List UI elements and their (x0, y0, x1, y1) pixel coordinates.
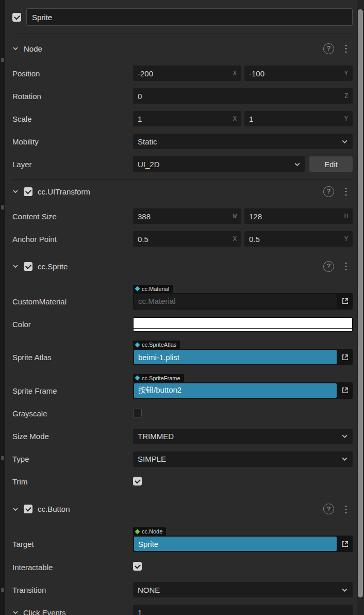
node-name-input[interactable]: Sprite (26, 8, 353, 26)
transition-select[interactable]: NONE (133, 582, 353, 597)
position-y-value: -100 (249, 69, 264, 78)
axis-suffix: Y (344, 115, 348, 122)
target-value[interactable]: Sprite (134, 537, 337, 551)
content-size-h-value: 128 (249, 212, 262, 221)
row-label: Anchor Point (12, 235, 133, 244)
color-row: Color (12, 317, 353, 332)
chevron-down-icon (294, 161, 301, 168)
interactable-checkbox[interactable] (133, 562, 142, 571)
asset-type-tag: cc.Node (133, 527, 166, 536)
target-node-name: Sprite (138, 540, 158, 548)
content-size-h-input[interactable]: 128 H (244, 208, 353, 224)
scale-row: Scale 1 X 1 Y (12, 111, 353, 126)
row-label: Sprite Frame (12, 386, 133, 395)
rotation-z-input[interactable]: 0 Z (133, 88, 353, 104)
row-label: CustomMaterial (12, 297, 133, 306)
layer-select[interactable]: UI_2D (133, 156, 305, 172)
custom-material-field[interactable]: cc.Material (133, 293, 353, 310)
material-diamond-icon (135, 286, 140, 292)
mobility-select[interactable]: Static (133, 134, 353, 149)
type-row: Type SIMPLE (12, 451, 353, 467)
target-field[interactable]: Sprite (133, 536, 353, 552)
help-icon[interactable]: ? (323, 43, 334, 54)
layer-edit-button[interactable]: Edit (309, 156, 353, 172)
axis-suffix: X (233, 115, 237, 122)
row-label: Sprite Atlas (12, 353, 133, 362)
help-icon[interactable]: ? (323, 261, 334, 272)
type-value: SIMPLE (138, 455, 166, 463)
chevron-down-icon[interactable] (12, 188, 19, 195)
sprite-atlas-row: Sprite Atlas cc.SpriteAtlas beimi-1.plis… (12, 339, 353, 366)
sprite-atlas-field[interactable]: beimi-1.plist (133, 349, 353, 365)
chevron-down-icon[interactable] (12, 263, 19, 269)
row-label: Content Size (12, 212, 133, 221)
component-enabled-checkbox[interactable] (24, 505, 32, 513)
anchor-y-value: 0.5 (249, 235, 260, 244)
content-size-w-input[interactable]: 388 W (133, 208, 241, 224)
help-icon[interactable]: ? (323, 186, 334, 197)
mobility-value: Static (138, 137, 157, 146)
color-picker[interactable] (133, 317, 353, 332)
grayscale-checkbox[interactable] (133, 409, 142, 417)
anchor-x-value: 0.5 (138, 235, 148, 244)
size-mode-select[interactable]: TRIMMED (133, 429, 353, 444)
sprite-frame-field[interactable]: 按钮/button2 (133, 382, 353, 399)
component-enabled-checkbox[interactable] (24, 262, 32, 271)
click-events-count-input[interactable]: 1 (133, 605, 353, 615)
axis-suffix: H (344, 213, 348, 220)
grayscale-row: Grayscale (12, 406, 353, 422)
asset-type-tag: cc.Material (133, 285, 173, 293)
interactable-row: Interactable (12, 559, 353, 575)
node-active-checkbox[interactable] (12, 13, 21, 22)
asset-picker-icon[interactable] (338, 294, 352, 309)
chevron-down-icon (341, 587, 348, 593)
kebab-menu-icon[interactable]: ⋮ (339, 44, 353, 53)
dock-edge-mark (1, 588, 4, 592)
custom-material-row: CustomMaterial cc.Material cc.Material (12, 283, 353, 310)
dock-edge (0, 0, 5, 615)
kebab-menu-icon[interactable]: ⋮ (339, 187, 353, 196)
position-x-value: -200 (138, 69, 153, 78)
help-icon[interactable]: ? (323, 504, 334, 514)
row-label: Mobility (12, 137, 133, 146)
type-select[interactable]: SIMPLE (133, 451, 353, 467)
size-mode-row: Size Mode TRIMMED (12, 429, 353, 444)
sprite-frame-value[interactable]: 按钮/button2 (134, 383, 337, 398)
row-label: Layer (12, 160, 133, 169)
chevron-down-icon (341, 138, 348, 145)
axis-suffix: W (233, 213, 237, 220)
sprite-atlas-value[interactable]: beimi-1.plist (134, 350, 337, 364)
kebab-menu-icon[interactable]: ⋮ (339, 262, 353, 271)
scrollbar-track[interactable] (357, 0, 364, 615)
asset-picker-icon[interactable] (338, 350, 352, 364)
scale-x-input[interactable]: 1 X (133, 111, 241, 126)
trim-checkbox[interactable] (133, 477, 142, 485)
scrollbar-thumb[interactable] (358, 9, 363, 597)
anchor-x-input[interactable]: 0.5 X (133, 231, 241, 247)
chevron-down-icon[interactable] (12, 506, 19, 512)
sprite-atlas-diamond-icon (135, 342, 140, 347)
asset-picker-icon[interactable] (338, 537, 352, 551)
trim-row: Trim (12, 474, 353, 490)
position-y-input[interactable]: -100 Y (244, 66, 353, 81)
section-title: cc.UITransform (38, 187, 90, 196)
custom-material-placeholder: cc.Material (138, 297, 176, 305)
kebab-menu-icon[interactable]: ⋮ (339, 505, 353, 514)
component-enabled-checkbox[interactable] (24, 187, 32, 196)
chevron-down-icon[interactable] (12, 45, 19, 52)
asset-picker-icon[interactable] (338, 383, 352, 398)
position-x-input[interactable]: -200 X (133, 66, 241, 81)
axis-suffix: Z (344, 92, 348, 100)
row-label: Interactable (12, 563, 133, 572)
dock-edge-mark (1, 205, 4, 209)
scale-y-value: 1 (249, 115, 253, 123)
sprite-frame-diamond-icon (135, 376, 140, 381)
custom-material-value[interactable]: cc.Material (134, 294, 337, 309)
size-mode-value: TRIMMED (138, 432, 174, 441)
chevron-down-icon[interactable] (12, 609, 19, 615)
row-label: Size Mode (12, 432, 133, 441)
row-label: Trim (12, 477, 133, 486)
position-row: Position -200 X -100 Y (12, 66, 353, 81)
scale-y-input[interactable]: 1 Y (244, 111, 353, 126)
anchor-y-input[interactable]: 0.5 Y (244, 231, 353, 247)
